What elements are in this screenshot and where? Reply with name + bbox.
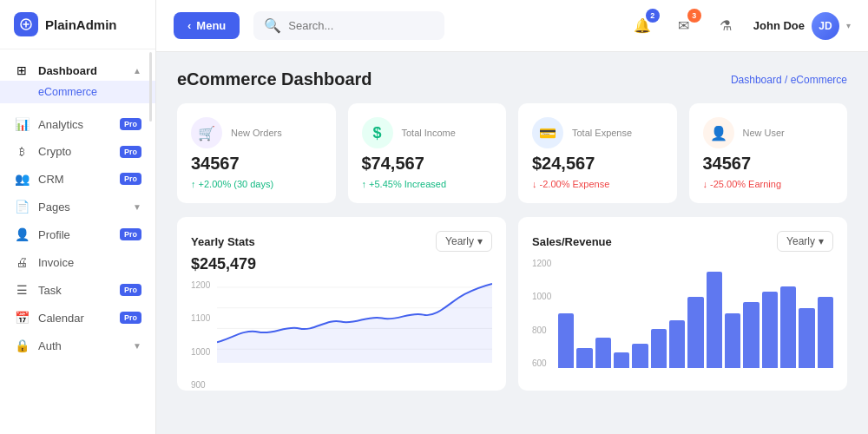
newuser-label: New User bbox=[743, 128, 785, 138]
auth-label: Auth bbox=[38, 339, 124, 352]
yearly-stats-chevron-icon: ▾ bbox=[477, 235, 483, 247]
bar-2 bbox=[576, 348, 592, 368]
sidebar-item-crm[interactable]: 👥 CRM Pro bbox=[0, 165, 155, 193]
bar-3 bbox=[595, 338, 611, 368]
income-change: ↑ +5.45% Increased bbox=[362, 179, 493, 189]
sidebar-sub-ecommerce[interactable]: eCommerce bbox=[0, 81, 155, 103]
mail-icon: ✉ bbox=[678, 17, 689, 34]
crypto-icon: ₿ bbox=[14, 146, 30, 158]
dashboard-icon: ⊞ bbox=[14, 63, 30, 77]
sidebar-item-crypto[interactable]: ₿ Crypto Pro bbox=[0, 138, 155, 165]
sidebar-item-invoice[interactable]: 🖨 Invoice bbox=[0, 248, 155, 276]
task-badge: Pro bbox=[120, 284, 141, 296]
notification-badge: 2 bbox=[646, 9, 660, 23]
user-info[interactable]: John Doe JD ▾ bbox=[753, 12, 851, 40]
bar-11 bbox=[743, 302, 759, 368]
sales-revenue-chart: 1200 1000 800 600 bbox=[532, 259, 833, 372]
invoice-label: Invoice bbox=[38, 256, 141, 269]
bar-10 bbox=[725, 313, 740, 368]
sales-revenue-filter[interactable]: Yearly ▾ bbox=[777, 231, 833, 252]
sales-revenue-header: Sales/Revenue Yearly ▾ bbox=[532, 231, 833, 252]
yearly-stats-title: Yearly Stats bbox=[191, 235, 255, 248]
breadcrumb: Dashboard / eCommerce bbox=[731, 74, 847, 86]
yearly-stats-filter-label: Yearly bbox=[445, 235, 474, 247]
yearly-stats-header: Yearly Stats Yearly ▾ bbox=[191, 231, 492, 252]
stat-card-user: 👤 New User 34567 ↓ -25.00% Earning bbox=[689, 103, 848, 203]
crm-badge: Pro bbox=[120, 173, 141, 185]
bar-1 bbox=[558, 313, 574, 368]
sidebar-item-pages[interactable]: 📄 Pages ▼ bbox=[0, 193, 155, 220]
analytics-label: Analytics bbox=[38, 118, 111, 131]
crypto-label: Crypto bbox=[38, 145, 111, 158]
filter-button[interactable]: ⚗ bbox=[712, 12, 740, 40]
mail-button[interactable]: ✉ 3 bbox=[670, 12, 698, 40]
profile-label: Profile bbox=[38, 228, 111, 241]
main-content: ‹ Menu 🔍 🔔 2 ✉ 3 ⚗ John Doe JD bbox=[156, 0, 868, 434]
yearly-stats-filter[interactable]: Yearly ▾ bbox=[436, 231, 492, 252]
bar-chart-area bbox=[558, 259, 833, 372]
logo-area: PlainAdmin bbox=[0, 0, 155, 49]
newuser-value: 34567 bbox=[703, 154, 834, 174]
crm-label: CRM bbox=[38, 173, 111, 186]
sidebar-item-profile[interactable]: 👤 Profile Pro bbox=[0, 220, 155, 248]
sidebar-item-calendar[interactable]: 📅 Calendar Pro bbox=[0, 304, 155, 332]
user-chevron-icon: ▾ bbox=[846, 21, 851, 30]
menu-chevron-icon: ‹ bbox=[187, 19, 191, 32]
avatar-initials: JD bbox=[819, 20, 832, 32]
bar-5 bbox=[632, 344, 648, 368]
expense-value: $24,567 bbox=[532, 154, 663, 174]
search-input[interactable] bbox=[288, 19, 434, 32]
content-header: eCommerce Dashboard Dashboard / eCommerc… bbox=[177, 69, 847, 89]
profile-icon: 👤 bbox=[14, 227, 30, 241]
analytics-badge: Pro bbox=[120, 118, 141, 130]
content-area: eCommerce Dashboard Dashboard / eCommerc… bbox=[156, 52, 868, 434]
breadcrumb-separator: / bbox=[785, 74, 791, 86]
line-chart-svg bbox=[217, 280, 492, 363]
orders-label: New Orders bbox=[231, 128, 282, 138]
bar-4 bbox=[614, 352, 629, 368]
sidebar-item-analytics[interactable]: 📊 Analytics Pro bbox=[0, 110, 155, 138]
expense-label: Total Expense bbox=[572, 128, 632, 138]
task-label: Task bbox=[38, 284, 111, 297]
user-name: John Doe bbox=[753, 19, 805, 32]
brand-name: PlainAdmin bbox=[45, 17, 117, 32]
bar-14 bbox=[799, 308, 814, 368]
filter-icon: ⚗ bbox=[720, 17, 732, 34]
pages-label: Pages bbox=[38, 201, 124, 214]
yearly-stats-y-labels: 1200 1100 1000 900 bbox=[191, 280, 210, 393]
dashboard-section: ⊞ Dashboard ▲ eCommerce bbox=[0, 49, 155, 110]
bar-6 bbox=[651, 329, 667, 368]
invoice-icon: 🖨 bbox=[14, 255, 30, 269]
sidebar-item-auth[interactable]: 🔒 Auth ▼ bbox=[0, 332, 155, 359]
stat-card-orders: 🛒 New Orders 34567 ↑ +2.00% (30 days) bbox=[177, 103, 336, 203]
orders-icon: 🛒 bbox=[191, 117, 222, 148]
search-box[interactable]: 🔍 bbox=[253, 11, 444, 40]
sales-revenue-y-labels: 1200 1000 800 600 bbox=[532, 259, 551, 372]
bar-13 bbox=[780, 286, 796, 369]
charts-row: Yearly Stats Yearly ▾ $245,479 1200 1100… bbox=[177, 217, 847, 391]
logo-icon bbox=[14, 12, 38, 36]
crypto-badge: Pro bbox=[120, 146, 141, 158]
stat-cards: 🛒 New Orders 34567 ↑ +2.00% (30 days) $ … bbox=[177, 103, 847, 203]
bar-15 bbox=[818, 297, 833, 368]
analytics-icon: 📊 bbox=[14, 117, 30, 131]
notification-button[interactable]: 🔔 2 bbox=[628, 12, 656, 40]
sidebar-item-task[interactable]: ☰ Task Pro bbox=[0, 276, 155, 304]
bar-9 bbox=[707, 272, 722, 368]
menu-button-label: Menu bbox=[196, 19, 226, 32]
bar-12 bbox=[762, 292, 778, 368]
calendar-badge: Pro bbox=[120, 312, 141, 324]
pages-chevron: ▼ bbox=[133, 202, 141, 212]
menu-button[interactable]: ‹ Menu bbox=[174, 12, 240, 39]
dashboard-nav-item[interactable]: ⊞ Dashboard ▲ bbox=[0, 56, 155, 81]
user-icon: 👤 bbox=[703, 117, 734, 148]
newuser-change: ↓ -25.00% Earning bbox=[703, 179, 834, 189]
crm-icon: 👥 bbox=[14, 172, 30, 186]
income-value: $74,567 bbox=[362, 154, 493, 174]
stat-card-expense: 💳 Total Expense $24,567 ↓ -2.00% Expense bbox=[518, 103, 677, 203]
dashboard-label: Dashboard bbox=[38, 64, 97, 77]
breadcrumb-current: eCommerce bbox=[791, 74, 847, 86]
expense-icon: 💳 bbox=[532, 117, 563, 148]
topbar-right: 🔔 2 ✉ 3 ⚗ John Doe JD ▾ bbox=[628, 12, 851, 40]
auth-icon: 🔒 bbox=[14, 339, 30, 352]
